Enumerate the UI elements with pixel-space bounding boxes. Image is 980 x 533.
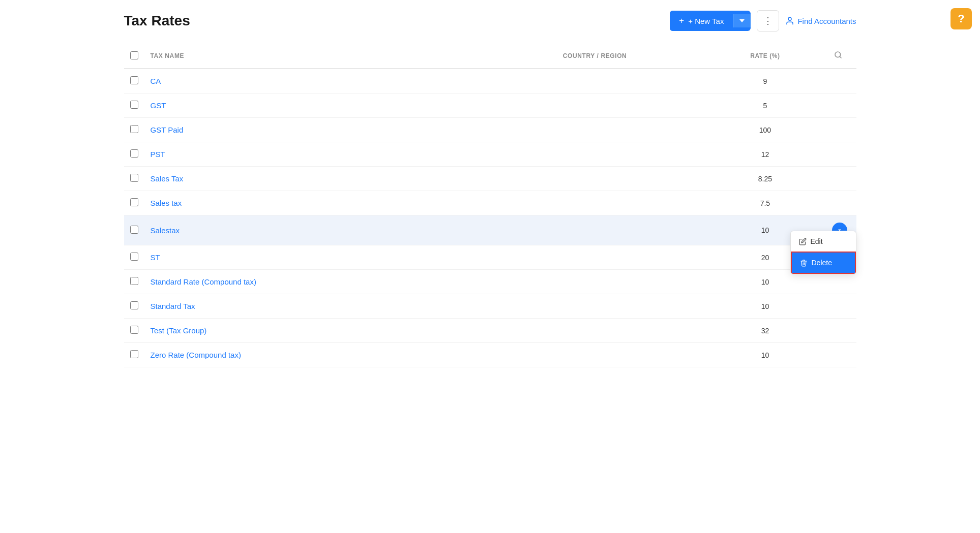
tax-name-link-4[interactable]: PST [151,150,165,159]
tax-name-cell: GST Paid [144,118,485,142]
row-checkbox-cell [124,343,144,367]
country-cell [485,93,704,118]
help-label: ? [958,12,964,25]
help-badge[interactable]: ? [951,8,972,29]
action-cell [826,118,856,142]
page-header: Tax Rates + + New Tax ⋮ [124,10,856,32]
tax-name-link-6[interactable]: Sales tax [151,199,182,207]
tax-name-link-2[interactable]: GST [151,101,166,110]
row-checkbox-3[interactable] [130,125,138,133]
search-header-cell [826,44,856,69]
rate-header: RATE (%) [704,44,825,69]
rate-cell: 5 [704,93,825,118]
action-cell [826,191,856,215]
country-cell [485,343,704,367]
tax-table: TAX NAME COUNTRY / REGION RATE (%) [124,44,856,367]
table-row: PST 12 [124,142,856,167]
table-row: ST 20 [124,245,856,270]
svg-point-0 [788,17,791,20]
row-checkbox-2[interactable] [130,101,138,109]
country-cell [485,118,704,142]
table-row: GST Paid 100 [124,118,856,142]
delete-label: Delete [812,259,832,267]
row-checkbox-cell [124,319,144,343]
row-checkbox-cell [124,215,144,245]
rate-cell: 12 [704,142,825,167]
delete-menu-item[interactable]: Delete [791,252,856,274]
tax-name-cell: Test (Tax Group) [144,319,485,343]
new-tax-label: + New Tax [688,17,724,25]
tax-name-link-7[interactable]: Salestax [151,226,180,235]
search-icon [834,51,842,59]
country-cell [485,142,704,167]
tax-name-link-8[interactable]: ST [151,253,160,262]
row-checkbox-cell [124,191,144,215]
chevron-down-icon [739,19,745,22]
tax-name-link-12[interactable]: Zero Rate (Compound tax) [151,351,241,359]
tax-name-link-11[interactable]: Test (Tax Group) [151,326,207,335]
row-checkbox-5[interactable] [130,174,138,182]
row-checkbox-11[interactable] [130,326,138,334]
row-checkbox-4[interactable] [130,149,138,158]
header-checkbox-cell [124,44,144,69]
row-checkbox-10[interactable] [130,301,138,309]
table-row: GST 5 [124,93,856,118]
more-options-icon: ⋮ [763,15,773,26]
person-icon [785,16,794,25]
tax-name-link-5[interactable]: Sales Tax [151,174,184,183]
table-header-row: TAX NAME COUNTRY / REGION RATE (%) [124,44,856,69]
action-cell [826,319,856,343]
action-cell [826,142,856,167]
tax-name-link-9[interactable]: Standard Rate (Compound tax) [151,277,256,286]
page-title: Tax Rates [124,13,190,29]
row-checkbox-8[interactable] [130,253,138,261]
more-options-button[interactable]: ⋮ [757,10,779,32]
country-cell [485,245,704,270]
tax-name-cell: PST [144,142,485,167]
tax-name-link-10[interactable]: Standard Tax [151,302,195,310]
country-cell [485,215,704,245]
row-checkbox-cell [124,118,144,142]
action-cell [826,69,856,93]
row-checkbox-cell [124,245,144,270]
new-tax-button-group: + + New Tax [670,11,751,31]
page-container: ? Tax Rates + + New Tax ⋮ [109,0,872,378]
table-search-button[interactable] [832,49,844,63]
tax-name-cell: CA [144,69,485,93]
find-accountants-label: Find Accountants [797,17,856,25]
row-checkbox-cell [124,294,144,319]
plus-icon: + [679,16,684,26]
tax-name-link-1[interactable]: CA [151,77,161,85]
country-cell [485,294,704,319]
table-row: CA 9 [124,69,856,93]
select-all-checkbox[interactable] [130,51,138,59]
country-cell [485,319,704,343]
tax-name-cell: Sales Tax [144,167,485,191]
rate-cell: 10 [704,343,825,367]
row-checkbox-12[interactable] [130,350,138,358]
find-accountants-button[interactable]: Find Accountants [785,16,856,25]
table-row: Zero Rate (Compound tax) 10 [124,343,856,367]
tax-name-header: TAX NAME [144,44,485,69]
header-actions: + + New Tax ⋮ Find Accountants [670,10,856,32]
action-cell: Edit Delete [826,215,856,245]
row-checkbox-cell [124,93,144,118]
tax-name-link-3[interactable]: GST Paid [151,126,184,134]
row-checkbox-7[interactable] [130,226,138,234]
row-checkbox-9[interactable] [130,277,138,285]
tax-name-cell: ST [144,245,485,270]
tax-name-cell: Standard Tax [144,294,485,319]
rate-cell: 8.25 [704,167,825,191]
new-tax-main-button[interactable]: + + New Tax [670,11,733,31]
table-row: Salestax 10 Edit [124,215,856,245]
new-tax-dropdown-button[interactable] [733,14,751,27]
table-row: Standard Rate (Compound tax) 10 [124,270,856,294]
row-checkbox-1[interactable] [130,76,138,84]
tax-name-cell: Salestax [144,215,485,245]
rate-cell: 10 [704,294,825,319]
rate-cell: 100 [704,118,825,142]
edit-menu-item[interactable]: Edit [791,231,856,252]
row-checkbox-cell [124,270,144,294]
table-row: Test (Tax Group) 32 [124,319,856,343]
row-checkbox-6[interactable] [130,198,138,206]
